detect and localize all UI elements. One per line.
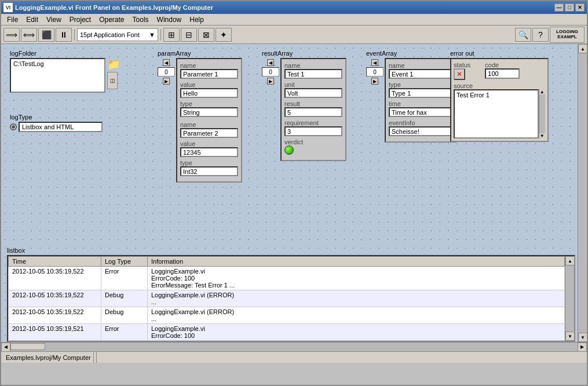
result-array-scroll-up[interactable]: ◀ (267, 59, 274, 66)
resize-btn[interactable]: ⊠ (198, 28, 214, 42)
scroll-indicator[interactable]: ◫ (107, 72, 118, 89)
param1-value-input[interactable]: Hello (180, 88, 238, 98)
abort-btn[interactable]: ⬛ (38, 28, 54, 42)
h-scroll-left[interactable]: ◀ (1, 343, 10, 352)
row3-time: 2012-10-05 10:35:19,522 (9, 307, 101, 324)
h-scroll-right[interactable]: ▶ (578, 343, 587, 352)
param1-type-input[interactable]: String (180, 107, 238, 117)
h-scroll-thumb[interactable] (10, 343, 45, 350)
event-array-counter[interactable]: 0 (366, 67, 384, 77)
listbox-scroll-down[interactable]: ▼ (565, 332, 575, 341)
row4-info: LoggingExample.viErrorCode: 100 (148, 324, 565, 341)
log-type-label: logType (10, 114, 103, 121)
table-row[interactable]: 2012-10-05 10:35:19,522 Debug LoggingExa… (9, 290, 565, 307)
font-selector[interactable]: 15pt Application Font ▼ (77, 28, 158, 41)
row1-time: 2012-10-05 10:35:19,522 (9, 267, 101, 290)
event-type-input[interactable]: Type 1 (389, 88, 452, 98)
param-array-scroll-down[interactable]: ▶ (163, 78, 170, 85)
close-button[interactable]: ✕ (575, 3, 585, 12)
param1-type-group: type String (180, 100, 238, 117)
error-out-widget: error out status ✕ code 100 source Test … (450, 50, 549, 142)
table-row[interactable]: 2012-10-05 10:35:19,522 Error LoggingExa… (9, 267, 565, 290)
scroll-down-btn[interactable]: ▼ (578, 333, 587, 342)
menu-help[interactable]: Help (186, 14, 207, 25)
distribute-btn[interactable]: ⊟ (181, 28, 197, 42)
event-name-input[interactable]: Event 1 (389, 69, 452, 79)
param2-value-input[interactable]: 12345 (180, 147, 238, 157)
error-status-button[interactable]: ✕ (454, 68, 465, 80)
search-btn[interactable]: 🔍 (515, 28, 531, 42)
result-unit-input[interactable]: Volt (284, 88, 342, 98)
param1-name-input[interactable]: Parameter 1 (180, 69, 238, 79)
event-time-input[interactable]: Time for hax (389, 107, 452, 117)
menu-bar: File Edit View Project Operate Tools Win… (1, 14, 587, 26)
log-type-widget: logType Listbox and HTML (10, 114, 103, 132)
font-selector-arrow: ▼ (149, 31, 155, 38)
result-unit-group: unit Volt (284, 81, 342, 98)
log-folder-path[interactable]: C:\TestLog (10, 58, 105, 93)
run-continuously-btn[interactable]: ⟺ (21, 28, 37, 42)
log-folder-widget: logFolder C:\TestLog 📁 ◫ (10, 50, 120, 93)
col-logtype: Log Type (101, 257, 148, 267)
align-btn[interactable]: ⊞ (163, 28, 180, 42)
param2-type-input[interactable]: Int32 (180, 166, 238, 176)
vertical-scrollbar[interactable]: ▲ ▼ (578, 44, 587, 342)
menu-file[interactable]: File (3, 14, 21, 25)
log-type-value[interactable]: Listbox and HTML (19, 122, 103, 132)
title-bar: VI LoggingExample.vi Front Panel on Exam… (1, 1, 587, 14)
result-result-input[interactable]: 5 (284, 107, 342, 117)
menu-project[interactable]: Project (66, 14, 94, 25)
logging-thumbnail: LOGGINGEXAMPL (550, 27, 585, 43)
run-arrow-btn[interactable]: ⟹ (3, 28, 20, 42)
log-type-radio[interactable] (10, 123, 17, 130)
listbox-scrollbar[interactable]: ▲ ▼ (565, 256, 574, 341)
result-name-group: name Test 1 (284, 62, 342, 79)
menu-edit[interactable]: Edit (23, 14, 42, 25)
scroll-track (578, 53, 587, 333)
event-info-group: eventInfo Scheisse! (389, 119, 452, 136)
event-array-scroll-up[interactable]: ◀ (371, 59, 378, 66)
help-btn[interactable]: ? (532, 28, 549, 42)
minimize-button[interactable]: — (554, 3, 564, 12)
row1-info: LoggingExample.viErrorCode: 100ErrorMess… (148, 267, 565, 290)
listbox-scroll-up[interactable]: ▲ (565, 256, 575, 265)
row3-info: LoggingExample.vi (ERROR)... (148, 307, 565, 324)
menu-window[interactable]: Window (154, 14, 185, 25)
error-out-label: error out (450, 50, 549, 57)
param-array-counter[interactable]: 0 (158, 67, 175, 77)
table-row[interactable]: 2012-10-05 10:35:19,521 Error LoggingExa… (9, 324, 565, 341)
maximize-button[interactable]: □ (565, 3, 574, 12)
pause-btn[interactable]: ⏸ (56, 28, 72, 42)
status-project: Examples.lvproj/My Computer (3, 352, 94, 363)
scroll-up-btn[interactable]: ▲ (578, 44, 587, 53)
result-array-scroll-down[interactable]: ▶ (267, 78, 274, 85)
param2-name-input[interactable]: Parameter 2 (180, 128, 238, 138)
error-status-label: status (454, 61, 470, 68)
reorder-btn[interactable]: ✦ (216, 28, 232, 42)
event-array-scroll-down[interactable]: ▶ (371, 78, 378, 85)
param2-value-group: value 12345 (180, 140, 238, 157)
result-array-counter[interactable]: 0 (262, 67, 279, 77)
result-name-input[interactable]: Test 1 (284, 69, 342, 79)
event-time-group: time Time for hax (389, 100, 452, 117)
menu-operate[interactable]: Operate (96, 14, 127, 25)
error-code-label: code (485, 61, 520, 68)
table-row[interactable]: 2012-10-05 10:35:19,522 Debug LoggingExa… (9, 307, 565, 324)
result-array-body: name Test 1 unit Volt result 5 requireme… (280, 58, 346, 161)
result-req-input[interactable]: 3 (284, 126, 342, 136)
status-sep (96, 352, 97, 363)
col-info: Information (148, 257, 565, 267)
menu-tools[interactable]: Tools (129, 14, 152, 25)
param-array-scroll-up[interactable]: ◀ (163, 59, 170, 66)
folder-open-icon[interactable]: 📁 (107, 58, 120, 71)
event-info-input[interactable]: Scheisse! (389, 126, 452, 136)
error-source-field[interactable]: Test Error 1 (454, 89, 539, 139)
log-folder-label: logFolder (10, 50, 120, 57)
sep1 (74, 29, 75, 41)
horizontal-scrollbar[interactable]: ◀ ▶ (1, 342, 587, 351)
source-scrollbar[interactable]: ▲ ▼ (539, 89, 545, 139)
result-verdict-group: verdict (284, 139, 342, 155)
error-source-label: source (454, 82, 545, 89)
error-code-field[interactable]: 100 (485, 68, 520, 79)
menu-view[interactable]: View (43, 14, 65, 25)
